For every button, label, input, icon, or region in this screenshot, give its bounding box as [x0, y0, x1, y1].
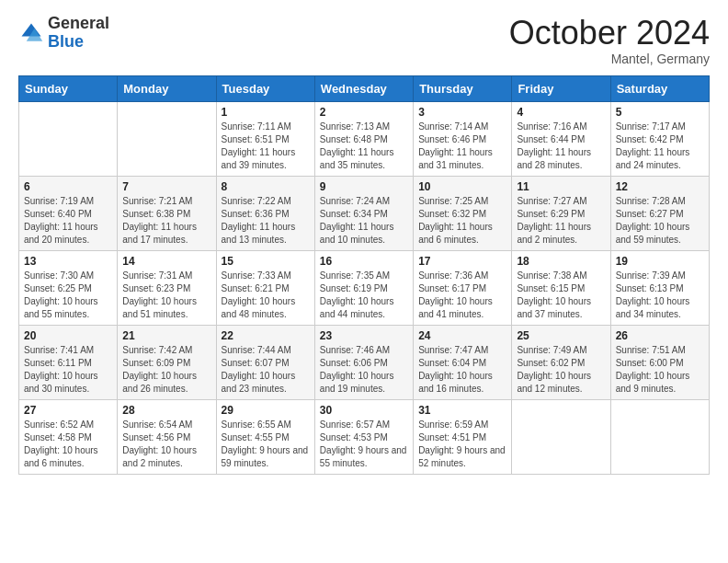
day-info: Sunrise: 7:47 AM Sunset: 6:04 PM Dayligh…	[418, 344, 506, 396]
day-info: Sunrise: 7:27 AM Sunset: 6:29 PM Dayligh…	[517, 195, 605, 247]
day-number: 17	[418, 255, 506, 268]
day-number: 20	[24, 329, 112, 342]
day-number: 15	[222, 255, 310, 268]
weekday-header-friday: Friday	[512, 75, 610, 101]
logo-icon	[18, 20, 44, 46]
week-row-5: 27Sunrise: 6:52 AM Sunset: 4:58 PM Dayli…	[19, 399, 710, 474]
day-number: 24	[418, 329, 506, 342]
day-cell: 19Sunrise: 7:39 AM Sunset: 6:13 PM Dayli…	[610, 250, 709, 325]
weekday-header-sunday: Sunday	[19, 75, 118, 101]
day-number: 9	[320, 180, 408, 193]
day-cell: 30Sunrise: 6:57 AM Sunset: 4:53 PM Dayli…	[314, 399, 413, 474]
day-number: 7	[122, 180, 210, 193]
day-cell: 1Sunrise: 7:11 AM Sunset: 6:51 PM Daylig…	[216, 101, 314, 176]
header: General Blue October 2024 Mantel, German…	[18, 15, 710, 66]
page: General Blue October 2024 Mantel, German…	[0, 0, 728, 563]
day-cell: 31Sunrise: 6:59 AM Sunset: 4:51 PM Dayli…	[414, 399, 512, 474]
title-block: October 2024 Mantel, Germany	[509, 15, 710, 66]
day-number: 30	[320, 404, 408, 417]
day-info: Sunrise: 7:38 AM Sunset: 6:15 PM Dayligh…	[517, 270, 605, 321]
logo: General Blue	[18, 15, 109, 52]
day-cell: 24Sunrise: 7:47 AM Sunset: 6:04 PM Dayli…	[414, 325, 512, 399]
weekday-header-thursday: Thursday	[414, 75, 512, 101]
day-number: 6	[24, 180, 112, 193]
day-info: Sunrise: 7:22 AM Sunset: 6:36 PM Dayligh…	[222, 195, 310, 247]
day-info: Sunrise: 7:28 AM Sunset: 6:27 PM Dayligh…	[616, 195, 704, 247]
logo-blue-text: Blue	[48, 32, 84, 51]
month-title: October 2024	[509, 15, 710, 52]
day-number: 23	[320, 329, 408, 342]
day-number: 22	[222, 329, 310, 342]
day-number: 8	[222, 180, 310, 193]
day-info: Sunrise: 7:39 AM Sunset: 6:13 PM Dayligh…	[616, 270, 704, 321]
day-number: 5	[616, 106, 704, 119]
day-cell: 14Sunrise: 7:31 AM Sunset: 6:23 PM Dayli…	[118, 250, 216, 325]
day-cell: 8Sunrise: 7:22 AM Sunset: 6:36 PM Daylig…	[216, 176, 314, 250]
weekday-header-monday: Monday	[118, 75, 216, 101]
day-info: Sunrise: 7:42 AM Sunset: 6:09 PM Dayligh…	[122, 344, 210, 396]
week-row-1: 1Sunrise: 7:11 AM Sunset: 6:51 PM Daylig…	[19, 101, 710, 176]
day-number: 3	[418, 106, 506, 119]
day-number: 10	[418, 180, 506, 193]
day-number: 21	[122, 329, 210, 342]
day-info: Sunrise: 6:55 AM Sunset: 4:55 PM Dayligh…	[222, 419, 310, 470]
day-info: Sunrise: 6:59 AM Sunset: 4:51 PM Dayligh…	[418, 419, 506, 470]
day-cell: 2Sunrise: 7:13 AM Sunset: 6:48 PM Daylig…	[314, 101, 413, 176]
day-cell: 22Sunrise: 7:44 AM Sunset: 6:07 PM Dayli…	[216, 325, 314, 399]
day-info: Sunrise: 7:41 AM Sunset: 6:11 PM Dayligh…	[24, 344, 112, 396]
day-info: Sunrise: 7:25 AM Sunset: 6:32 PM Dayligh…	[418, 195, 506, 247]
day-number: 2	[320, 106, 408, 119]
day-info: Sunrise: 7:14 AM Sunset: 6:46 PM Dayligh…	[418, 121, 506, 172]
day-number: 28	[122, 404, 210, 417]
day-cell	[118, 101, 216, 176]
day-number: 25	[517, 329, 605, 342]
day-cell: 15Sunrise: 7:33 AM Sunset: 6:21 PM Dayli…	[216, 250, 314, 325]
day-number: 13	[24, 255, 112, 268]
day-cell: 16Sunrise: 7:35 AM Sunset: 6:19 PM Dayli…	[314, 250, 413, 325]
day-cell	[512, 399, 610, 474]
week-row-4: 20Sunrise: 7:41 AM Sunset: 6:11 PM Dayli…	[19, 325, 710, 399]
day-cell: 3Sunrise: 7:14 AM Sunset: 6:46 PM Daylig…	[414, 101, 512, 176]
day-info: Sunrise: 7:46 AM Sunset: 6:06 PM Dayligh…	[320, 344, 408, 396]
day-info: Sunrise: 7:33 AM Sunset: 6:21 PM Dayligh…	[222, 270, 310, 321]
day-cell: 5Sunrise: 7:17 AM Sunset: 6:42 PM Daylig…	[610, 101, 709, 176]
day-number: 27	[24, 404, 112, 417]
day-info: Sunrise: 7:13 AM Sunset: 6:48 PM Dayligh…	[320, 121, 408, 172]
day-info: Sunrise: 7:21 AM Sunset: 6:38 PM Dayligh…	[122, 195, 210, 247]
weekday-header-wednesday: Wednesday	[314, 75, 413, 101]
day-cell: 7Sunrise: 7:21 AM Sunset: 6:38 PM Daylig…	[118, 176, 216, 250]
day-cell: 29Sunrise: 6:55 AM Sunset: 4:55 PM Dayli…	[216, 399, 314, 474]
day-cell: 10Sunrise: 7:25 AM Sunset: 6:32 PM Dayli…	[414, 176, 512, 250]
day-info: Sunrise: 6:52 AM Sunset: 4:58 PM Dayligh…	[24, 419, 112, 470]
location-subtitle: Mantel, Germany	[509, 52, 710, 66]
calendar-table: SundayMondayTuesdayWednesdayThursdayFrid…	[18, 75, 710, 475]
day-cell: 9Sunrise: 7:24 AM Sunset: 6:34 PM Daylig…	[314, 176, 413, 250]
day-info: Sunrise: 7:16 AM Sunset: 6:44 PM Dayligh…	[517, 121, 605, 172]
weekday-header-saturday: Saturday	[610, 75, 709, 101]
day-info: Sunrise: 7:51 AM Sunset: 6:00 PM Dayligh…	[616, 344, 704, 396]
logo-general-text: General	[48, 14, 109, 32]
day-number: 1	[222, 106, 310, 119]
day-cell: 6Sunrise: 7:19 AM Sunset: 6:40 PM Daylig…	[19, 176, 118, 250]
day-info: Sunrise: 7:44 AM Sunset: 6:07 PM Dayligh…	[222, 344, 310, 396]
day-info: Sunrise: 7:19 AM Sunset: 6:40 PM Dayligh…	[24, 195, 112, 247]
day-info: Sunrise: 7:11 AM Sunset: 6:51 PM Dayligh…	[222, 121, 310, 172]
day-number: 11	[517, 180, 605, 193]
day-number: 29	[222, 404, 310, 417]
week-row-2: 6Sunrise: 7:19 AM Sunset: 6:40 PM Daylig…	[19, 176, 710, 250]
day-info: Sunrise: 7:17 AM Sunset: 6:42 PM Dayligh…	[616, 121, 704, 172]
day-number: 26	[616, 329, 704, 342]
day-cell: 12Sunrise: 7:28 AM Sunset: 6:27 PM Dayli…	[610, 176, 709, 250]
day-number: 18	[517, 255, 605, 268]
day-cell: 28Sunrise: 6:54 AM Sunset: 4:56 PM Dayli…	[118, 399, 216, 474]
weekday-header-tuesday: Tuesday	[216, 75, 314, 101]
day-cell: 4Sunrise: 7:16 AM Sunset: 6:44 PM Daylig…	[512, 101, 610, 176]
day-cell: 18Sunrise: 7:38 AM Sunset: 6:15 PM Dayli…	[512, 250, 610, 325]
day-cell: 20Sunrise: 7:41 AM Sunset: 6:11 PM Dayli…	[19, 325, 118, 399]
day-cell	[610, 399, 709, 474]
day-number: 19	[616, 255, 704, 268]
day-cell: 13Sunrise: 7:30 AM Sunset: 6:25 PM Dayli…	[19, 250, 118, 325]
day-cell: 26Sunrise: 7:51 AM Sunset: 6:00 PM Dayli…	[610, 325, 709, 399]
day-info: Sunrise: 7:24 AM Sunset: 6:34 PM Dayligh…	[320, 195, 408, 247]
day-info: Sunrise: 7:35 AM Sunset: 6:19 PM Dayligh…	[320, 270, 408, 321]
